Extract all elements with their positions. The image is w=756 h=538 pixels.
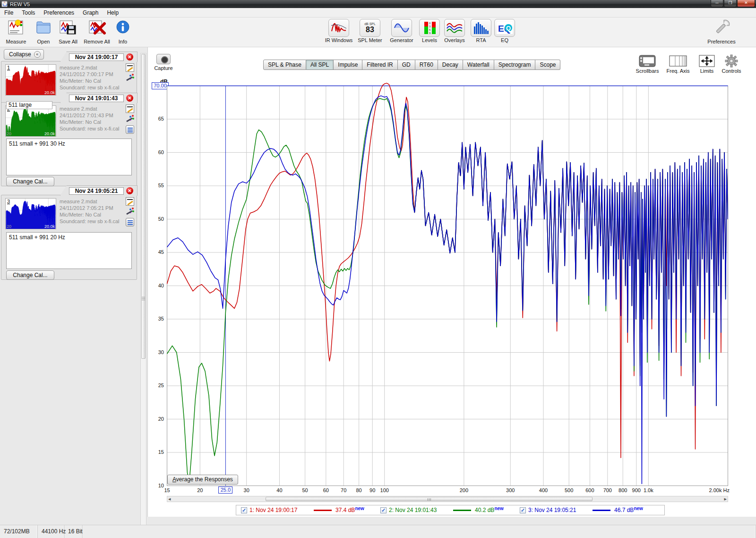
y-axis-top-limit[interactable]: 70.00 (152, 82, 169, 89)
scrollbars-button[interactable]: Scrollbars (631, 54, 664, 74)
trace-colour-icon[interactable] (126, 115, 134, 123)
x-tick-label: 200 (457, 487, 471, 493)
svg-text:6: 6 (429, 28, 431, 31)
trace-3-checkbox[interactable]: ✓ (520, 507, 526, 513)
y-tick-label: 40 (153, 283, 164, 288)
change-cal-button[interactable]: Change Cal... (6, 270, 54, 280)
measurement-1-info: measure 2.mdat 24/11/2012 7:00:17 PM Mic… (60, 64, 127, 91)
tab-scope[interactable]: Scope (535, 60, 560, 70)
menu-file[interactable]: File (0, 9, 17, 17)
trace-1-checkbox[interactable]: ✓ (241, 507, 247, 513)
restore-button[interactable]: ❐ (724, 0, 737, 7)
info-button[interactable]: Info (108, 19, 138, 44)
average-responses-button[interactable]: Average the Responses (167, 475, 238, 485)
controls-button[interactable]: Controls (715, 54, 748, 74)
measure-button[interactable]: Measure (1, 19, 31, 44)
legend-entry-2: ✓ 2: Nov 24 19:01:43 40.2 dB new (376, 507, 515, 513)
measurement-3-close-icon[interactable]: ✕ (126, 187, 133, 194)
x-tick-label: 60 (319, 487, 333, 493)
preferences-button[interactable]: Preferences (706, 19, 737, 44)
measurement-2-title-field[interactable]: Nov 24 19:01:43 (69, 95, 124, 102)
overlays-button[interactable]: Overlays (439, 19, 470, 43)
title-bar: REW V5 ─ ❐ ✕ (0, 0, 756, 8)
measure-icon (6, 19, 26, 37)
spl-meter-button[interactable]: dB SPL 83 SPL Meter (355, 19, 385, 43)
trace-1-swatch (314, 510, 332, 511)
tab-gd[interactable]: GD (398, 60, 415, 70)
eq-button[interactable]: EQ Q EQ (490, 19, 520, 43)
measurement-1-title-field[interactable]: Nov 24 19:00:17 (69, 53, 124, 61)
edit-name-icon[interactable] (126, 63, 134, 72)
x-tick-label: 900 (630, 487, 643, 493)
info-label: Info (108, 39, 138, 44)
status-spacer (82, 525, 756, 538)
tab-all-spl[interactable]: All SPL (306, 60, 334, 70)
measurement-2-close-icon[interactable]: ✕ (126, 95, 133, 102)
measurement-panel-2[interactable]: Nov 24 19:01:43 ✕ 2 20 20.0k measure 2.m… (1, 102, 137, 186)
notes-icon[interactable] (126, 125, 134, 134)
notes-icon[interactable] (126, 218, 134, 226)
trace-2-checkbox[interactable]: ✓ (380, 507, 387, 513)
x-tick-label: 1.0k (642, 487, 655, 493)
trace-colour-icon[interactable] (126, 208, 134, 216)
generator-icon (391, 19, 412, 37)
measurement-3-fmin: 20 (7, 224, 11, 229)
measurement-3-title-field[interactable]: Nov 24 19:05:21 (69, 187, 124, 195)
measurement-3-header: Nov 24 19:05:21 ✕ (60, 185, 137, 196)
info-icon (112, 19, 133, 37)
collapse-button[interactable]: Collapse « (4, 49, 44, 60)
trace-legend: ✓ 1: Nov 24 19:00:17 37.4 dB new ✓ 2: No… (236, 505, 665, 515)
measurement-1-header: Nov 24 19:00:17 ✕ (60, 52, 137, 62)
graph-h-scrollbar[interactable]: ◀ ▶ (167, 496, 728, 502)
save-all-button[interactable]: Save All (53, 19, 83, 44)
y-tick-label: 10 (153, 483, 164, 488)
spl-chart[interactable] (167, 76, 728, 486)
change-cal-button[interactable]: Change Cal... (6, 177, 54, 186)
menu-preferences[interactable]: Preferences (39, 9, 78, 17)
x-axis-end-label: 2.00k Hz (709, 487, 730, 493)
measurement-3-thumbnail[interactable]: 3 20 20.0k (5, 198, 56, 229)
svg-text:9: 9 (429, 32, 431, 35)
tab-spectrogram[interactable]: Spectrogram (494, 60, 536, 70)
tab-waterfall[interactable]: Waterfall (463, 60, 494, 70)
measurement-2-thumbnail[interactable]: 2 20 20.0k (5, 105, 56, 137)
measurement-2-fmin: 20 (7, 131, 11, 136)
menu-help[interactable]: Help (103, 9, 123, 17)
minimize-button[interactable]: ─ (711, 0, 723, 7)
measurement-1-close-icon[interactable]: ✕ (126, 53, 133, 61)
freq-axis-button[interactable]: Freq. Axis (662, 54, 695, 74)
close-button[interactable]: ✕ (737, 0, 755, 7)
y-tick-label: 50 (153, 216, 164, 222)
x-tick-label: 80 (352, 487, 366, 493)
eq-label: EQ (490, 37, 520, 43)
edit-name-icon[interactable] (126, 104, 134, 113)
generator-button[interactable]: Generator (387, 19, 417, 43)
y-tick-label: 65 (153, 116, 164, 121)
x-tick-label: 90 (366, 487, 379, 493)
tab-filtered-ir[interactable]: Filtered IR (362, 60, 397, 70)
window-title: REW V5 (10, 1, 30, 7)
measurement-2-notes[interactable]: 511 small + 991 30 Hz (6, 139, 132, 175)
sidebar-scrollbar[interactable] (140, 53, 146, 535)
measurement-2-fmax: 20.0k (44, 131, 55, 136)
scroll-right-icon[interactable]: ▶ (724, 497, 727, 501)
edit-name-icon[interactable] (126, 197, 134, 206)
menu-graph[interactable]: Graph (78, 9, 103, 17)
tab-impulse[interactable]: Impulse (334, 60, 362, 70)
tab-rt60[interactable]: RT60 (415, 60, 438, 70)
trace-3-new-tag: new (634, 506, 643, 511)
measurement-1-thumbnail[interactable]: 1 20.0k (5, 64, 56, 95)
tab-decay[interactable]: Decay (438, 60, 463, 70)
scroll-left-icon[interactable]: ◀ (168, 497, 171, 501)
measurement-3-notes[interactable]: 511 small + 991 20 Hz (6, 232, 132, 269)
menu-tools[interactable]: Tools (17, 9, 39, 17)
trace-colour-icon[interactable] (126, 74, 134, 82)
measurement-panel-3[interactable]: Nov 24 19:05:21 ✕ 3 20 20.0k measure 2.m… (1, 195, 137, 280)
x-tick-label: 700 (601, 487, 614, 493)
tab-spl-phase[interactable]: SPL & Phase (263, 60, 306, 70)
ir-windows-button[interactable]: IR Windows (324, 19, 354, 43)
y-tick-label: 15 (153, 449, 164, 455)
measurement-1-notes[interactable]: 511 large (6, 101, 52, 109)
x-tick-label: 70 (337, 487, 350, 493)
capture-button[interactable]: Capture (153, 54, 174, 71)
